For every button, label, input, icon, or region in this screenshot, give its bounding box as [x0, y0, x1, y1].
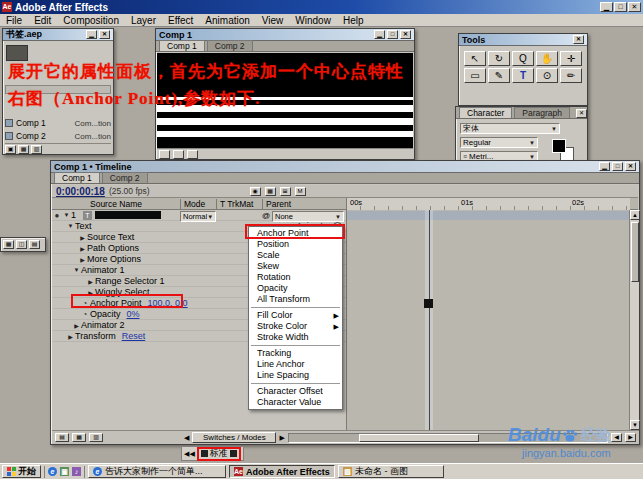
time-ruler[interactable]: 00s 01s 02s	[346, 198, 630, 210]
menu-edit[interactable]: Edit	[28, 14, 57, 27]
menu-layer[interactable]: Layer	[125, 14, 162, 27]
project-panel-titlebar[interactable]: 书签.aep ▁ ✕	[3, 29, 113, 41]
camera-tool-icon[interactable]: ⊙	[536, 68, 558, 83]
twirl-open-icon[interactable]: ▼	[72, 267, 81, 273]
zoom-tool-icon[interactable]: Q	[512, 51, 534, 66]
character-close-button[interactable]: ✕	[576, 109, 587, 118]
twirl-closed-icon[interactable]: ▶	[66, 333, 75, 340]
menu-item-tracking[interactable]: Tracking	[249, 348, 342, 359]
task-button-paint[interactable]: ▨ 未命名 - 画图	[338, 465, 444, 478]
menu-item-anchor-point[interactable]: Anchor Point	[249, 228, 342, 239]
stopwatch-icon[interactable]: ◔	[80, 310, 90, 319]
menu-item-character-value[interactable]: Character Value	[249, 397, 342, 408]
menu-item-rotation[interactable]: Rotation	[249, 272, 342, 283]
menu-item-stroke-color[interactable]: Stroke Color▶	[249, 321, 342, 332]
scrollbar-thumb[interactable]	[359, 434, 479, 442]
layer-row[interactable]: ● ▼ 1 T Normal▼ @ None▼	[52, 210, 346, 221]
paintbrush-tool-icon[interactable]: ✏	[560, 68, 582, 83]
anchor-point-value[interactable]: 100.0, 0.0	[148, 298, 188, 308]
mask-tool-icon[interactable]: ▭	[464, 68, 486, 83]
timeline-graph-area[interactable]	[346, 210, 629, 430]
timeline-tab-1[interactable]: Comp 1	[54, 172, 100, 183]
task-button-browser[interactable]: e 告诉大家制作一个简单...	[88, 465, 226, 478]
tab-paragraph[interactable]: Paragraph	[514, 107, 570, 118]
comp-family-layer-icon[interactable]: ⊞	[280, 187, 291, 196]
current-time-indicator-line[interactable]	[429, 210, 430, 430]
menu-item-line-anchor[interactable]: Line Anchor	[249, 359, 342, 370]
new-folder-icon[interactable]: ▣	[5, 145, 16, 154]
zoom-out-icon[interactable]: ◀	[611, 433, 622, 442]
menu-file[interactable]: File	[0, 14, 28, 27]
tab-character[interactable]: Character	[459, 107, 512, 118]
scroll-down-icon[interactable]: ▼	[630, 420, 640, 430]
transform-reset-link[interactable]: Reset	[122, 331, 146, 341]
menu-item-character-offset[interactable]: Character Offset	[249, 386, 342, 397]
timeline-close-button[interactable]: ✕	[625, 162, 636, 171]
comp-minimize-button[interactable]: ▁	[374, 30, 385, 39]
quicklaunch-desktop-icon[interactable]: ▣	[60, 467, 69, 476]
column-trkmat[interactable]: T TrkMat	[216, 199, 253, 209]
project-item-row[interactable]: Comp 2 Com...tion	[5, 130, 111, 142]
pan-behind-tool-icon[interactable]: ✛	[560, 51, 582, 66]
mini-tool-icon[interactable]: ▦	[3, 240, 14, 249]
comp-maximize-button[interactable]: □	[387, 30, 398, 39]
mini-tool-icon[interactable]: ▤	[29, 240, 40, 249]
rotation-tool-icon[interactable]: ↻	[488, 51, 510, 66]
project-close-button[interactable]: ✕	[99, 30, 110, 39]
magnification-menu[interactable]	[159, 150, 170, 159]
menu-effect[interactable]: Effect	[162, 14, 199, 27]
menu-help[interactable]: Help	[337, 14, 370, 27]
expand-layers-icon[interactable]: ▤	[55, 433, 69, 442]
comp-family-flowchart-icon[interactable]: ◉	[250, 187, 261, 196]
timeline-minimize-button[interactable]: ▁	[599, 162, 610, 171]
font-style-select[interactable]: Regular▼	[460, 137, 538, 148]
comp-tab-2[interactable]: Comp 2	[207, 40, 253, 51]
switches-modes-button[interactable]: Switches / Modes	[192, 432, 276, 443]
menu-item-stroke-width[interactable]: Stroke Width	[249, 332, 342, 343]
scrollbar-thumb[interactable]	[631, 222, 639, 282]
selection-tool-icon[interactable]: ↖	[464, 51, 486, 66]
zoom-in-icon[interactable]: ▶	[625, 433, 636, 442]
trash-icon[interactable]: ▥	[31, 145, 42, 154]
comp-family-comp-icon[interactable]: ▦	[265, 187, 276, 196]
tools-titlebar[interactable]: Tools ✕	[459, 34, 587, 46]
column-mode[interactable]: Mode	[180, 199, 205, 209]
timeline-maximize-button[interactable]: □	[612, 162, 623, 171]
keyframe-marker[interactable]	[424, 299, 433, 308]
safe-zones-icon[interactable]	[173, 150, 184, 159]
start-button[interactable]: 开始	[2, 465, 41, 478]
layer-name-text[interactable]	[95, 211, 161, 219]
rewind-icon[interactable]: ◀◀	[184, 450, 195, 458]
menu-item-opacity[interactable]: Opacity	[249, 283, 342, 294]
quicklaunch-media-icon[interactable]: ♪	[72, 467, 81, 476]
close-button[interactable]: ✕	[628, 2, 641, 12]
twirl-closed-icon[interactable]: ▶	[78, 245, 87, 252]
column-source-name[interactable]: Source Name	[90, 199, 142, 209]
font-family-select[interactable]: 宋体▼	[460, 123, 560, 134]
new-composition-icon[interactable]: ▦	[18, 145, 29, 154]
twirl-open-icon[interactable]: ▼	[62, 212, 71, 218]
project-minimize-button[interactable]: ▁	[86, 30, 97, 39]
channel-icon[interactable]	[187, 150, 198, 159]
maximize-button[interactable]: □	[614, 2, 627, 12]
scroll-up-icon[interactable]: ▲	[630, 210, 640, 220]
pen-tool-icon[interactable]: ✎	[488, 68, 510, 83]
comp-tab-1[interactable]: Comp 1	[159, 40, 205, 51]
menu-animation[interactable]: Animation	[199, 14, 255, 27]
project-item-row[interactable]: Comp 1 Com...tion	[5, 117, 111, 129]
prev-arrow-icon[interactable]: ◀	[184, 434, 189, 442]
menu-view[interactable]: View	[256, 14, 290, 27]
eye-icon[interactable]: ●	[52, 211, 62, 220]
menu-item-position[interactable]: Position	[249, 239, 342, 250]
twirl-closed-icon[interactable]: ▶	[86, 278, 95, 285]
mini-tool-icon[interactable]: ◫	[16, 240, 27, 249]
hand-tool-icon[interactable]: ✋	[536, 51, 558, 66]
fill-color-swatch[interactable]	[552, 139, 566, 153]
layer-duration-bar[interactable]	[347, 211, 629, 220]
task-button-after-effects[interactable]: Ae Adobe After Effects	[229, 465, 335, 478]
current-timecode[interactable]: 0:00:00:18	[56, 186, 105, 197]
twirl-open-icon[interactable]: ▼	[66, 223, 75, 229]
expand-modes-icon[interactable]: ▦	[72, 433, 86, 442]
menu-window[interactable]: Window	[289, 14, 337, 27]
menu-item-line-spacing[interactable]: Line Spacing	[249, 370, 342, 381]
